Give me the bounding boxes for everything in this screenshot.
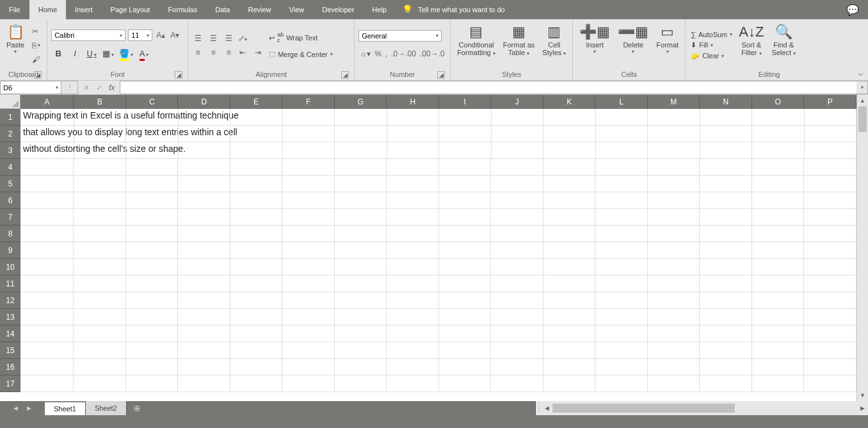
align-center-button[interactable]: ≡ [207, 47, 219, 58]
scroll-left-button[interactable]: ◀ [541, 405, 552, 411]
cell-B1[interactable] [74, 109, 126, 126]
cell-P1[interactable] [805, 109, 856, 126]
cell-O9[interactable] [752, 242, 805, 259]
cell-I13[interactable] [439, 309, 492, 325]
cell-G2[interactable] [335, 126, 387, 142]
column-header-F[interactable]: F [282, 95, 335, 109]
horizontal-scroll-thumb[interactable] [552, 404, 735, 413]
cell-J6[interactable] [491, 192, 543, 209]
menu-review[interactable]: Review [239, 0, 280, 19]
font-color-button[interactable]: A [138, 49, 150, 58]
cell-F8[interactable] [282, 226, 335, 242]
cell-B16[interactable] [74, 359, 126, 375]
cell-A4[interactable] [20, 159, 74, 176]
cell-N11[interactable] [700, 276, 752, 292]
underline-button[interactable]: U [86, 49, 97, 58]
cell-K8[interactable] [543, 226, 596, 242]
increase-indent-button[interactable]: ⇥ [252, 47, 264, 58]
cell-G12[interactable] [335, 292, 387, 309]
cell-N1[interactable] [700, 109, 752, 126]
cell-B8[interactable] [74, 226, 126, 242]
cell-B10[interactable] [74, 259, 126, 276]
cell-G8[interactable] [335, 226, 387, 242]
cell-P10[interactable] [804, 259, 856, 276]
cancel-formula-button[interactable]: ✕ [83, 83, 90, 92]
italic-button[interactable]: I [69, 49, 81, 58]
cell-E10[interactable] [230, 259, 283, 276]
tab-nav-prev[interactable]: ◀ [13, 405, 18, 411]
cell-D3[interactable] [179, 142, 230, 159]
autosum-button[interactable]: ∑AutoSum ▾ [689, 30, 734, 39]
cell-G16[interactable] [335, 359, 387, 375]
cell-H11[interactable] [387, 276, 439, 292]
cell-J11[interactable] [491, 276, 543, 292]
cell-O7[interactable] [752, 209, 805, 226]
cell-I11[interactable] [439, 276, 492, 292]
cell-N9[interactable] [700, 242, 752, 259]
accounting-format-button[interactable]: ☼▾ [360, 49, 371, 58]
cell-K17[interactable] [543, 375, 596, 392]
tell-me-search[interactable]: 💡 Tell me what you want to do [396, 0, 511, 19]
cell-C11[interactable] [126, 276, 179, 292]
cell-M1[interactable] [648, 109, 700, 126]
cell-M16[interactable] [648, 359, 700, 375]
cell-F9[interactable] [282, 242, 335, 259]
cell-N10[interactable] [700, 259, 752, 276]
cell-D14[interactable] [178, 325, 230, 342]
align-right-button[interactable]: ≡ [223, 47, 234, 58]
cell-B4[interactable] [74, 159, 126, 176]
fill-color-button[interactable]: 🪣 [119, 49, 133, 58]
cell-D8[interactable] [178, 226, 230, 242]
cell-D15[interactable] [178, 342, 230, 359]
cell-G7[interactable] [335, 209, 387, 226]
row-header-2[interactable]: 2 [0, 126, 20, 142]
cell-L16[interactable] [595, 359, 648, 375]
cell-H16[interactable] [387, 359, 439, 375]
cell-F15[interactable] [282, 342, 335, 359]
scroll-down-button[interactable]: ▼ [857, 390, 868, 401]
row-header-14[interactable]: 14 [0, 325, 20, 342]
cell-F6[interactable] [282, 192, 335, 209]
comments-icon[interactable]: 💬 [837, 0, 868, 19]
select-all-corner[interactable] [0, 95, 20, 109]
menu-help[interactable]: Help [363, 0, 396, 19]
vertical-scrollbar[interactable]: ▲ ▼ [856, 95, 868, 401]
cell-J14[interactable] [491, 325, 543, 342]
cell-N7[interactable] [700, 209, 752, 226]
cell-L14[interactable] [595, 325, 648, 342]
cell-D16[interactable] [178, 359, 230, 375]
cell-H13[interactable] [387, 309, 439, 325]
cell-A14[interactable] [20, 325, 74, 342]
cut-button[interactable]: ✂ [29, 25, 43, 38]
copy-button[interactable]: ⎘▾ [29, 39, 43, 52]
decrease-font-button[interactable]: A▾ [169, 31, 181, 40]
cell-E14[interactable] [230, 325, 283, 342]
cell-D12[interactable] [178, 292, 230, 309]
cell-F10[interactable] [282, 259, 335, 276]
cell-E9[interactable] [230, 242, 283, 259]
cell-O4[interactable] [752, 159, 805, 176]
row-header-16[interactable]: 16 [0, 359, 20, 375]
cell-M5[interactable] [648, 176, 700, 192]
cell-A3[interactable]: without distorting the cell's size or sh… [20, 142, 74, 159]
cell-B5[interactable] [74, 176, 126, 192]
cell-C16[interactable] [126, 359, 179, 375]
cell-H14[interactable] [387, 325, 439, 342]
column-header-A[interactable]: A [20, 95, 74, 109]
cell-I14[interactable] [439, 325, 492, 342]
cell-P15[interactable] [804, 342, 856, 359]
cell-O17[interactable] [752, 375, 805, 392]
cell-L1[interactable] [596, 109, 648, 126]
tab-split-handle[interactable]: ⋮ [536, 405, 541, 412]
cell-E16[interactable] [230, 359, 283, 375]
cell-C8[interactable] [126, 226, 179, 242]
cell-E2[interactable] [230, 126, 282, 142]
cell-D11[interactable] [178, 276, 230, 292]
cell-H10[interactable] [387, 259, 439, 276]
cell-C4[interactable] [126, 159, 179, 176]
cell-A8[interactable] [20, 226, 74, 242]
row-header-10[interactable]: 10 [0, 259, 20, 276]
menu-insert[interactable]: Insert [66, 0, 102, 19]
cell-M14[interactable] [648, 325, 700, 342]
cell-E7[interactable] [230, 209, 283, 226]
